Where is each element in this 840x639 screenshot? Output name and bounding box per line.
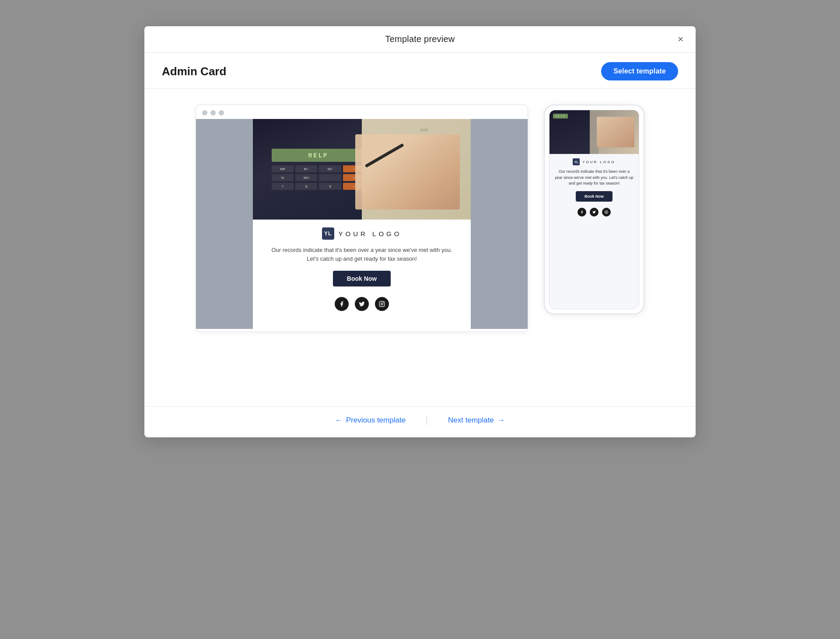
mobile-tagline: Our records indicate that it's been over… [553, 169, 635, 187]
calc-btn-blank [319, 174, 341, 181]
modal-header: Template preview × [144, 26, 696, 52]
template-logo-row: YL YOUR LOGO [322, 220, 402, 244]
modal-footer: ← Previous template Next template → [144, 406, 696, 437]
calculator-buttons: MR M− M+ ÷ % MU × 7 [272, 165, 365, 190]
dot-3 [219, 110, 224, 115]
dot-1 [202, 110, 207, 115]
template-hero-image: HELP MR M− M+ ÷ % MU [253, 119, 471, 220]
select-template-button[interactable]: Select template [601, 62, 678, 80]
mobile-hand-shape [597, 117, 634, 147]
logo-text: YOUR LOGO [339, 230, 402, 237]
preview-area: HELP MR M− M+ ÷ % MU [144, 89, 696, 406]
svg-text:1040: 1040 [420, 128, 428, 132]
dot-2 [210, 110, 216, 115]
pen-shape [365, 143, 404, 168]
template-cta-button: Book Now [333, 271, 391, 286]
calc-btn-mm: M− [295, 165, 317, 172]
mobile-social-icons [578, 206, 611, 216]
mobile-calc-screen: HELP [553, 114, 568, 119]
mobile-content: YL YOUR LOGO Our records indicate that i… [550, 154, 639, 309]
template-subheader: Admin Card Select template [144, 52, 696, 89]
mobile-logo-text: YOUR LOGO [582, 160, 615, 164]
calc-btn-pct: % [272, 174, 294, 181]
template-sidebar-left [196, 119, 253, 329]
facebook-icon [335, 297, 349, 311]
mobile-facebook-icon [578, 208, 586, 216]
modal-title: Template preview [385, 34, 455, 44]
mobile-hero-image: HELP [550, 110, 639, 154]
svg-rect-14 [605, 210, 608, 213]
logo-badge: YL [322, 227, 334, 240]
svg-point-15 [606, 211, 607, 213]
tagline-line2: Let's catch up and get ready for tax sea… [307, 255, 417, 262]
mobile-inner: HELP YL YOUR LOGO Our records indicate t… [549, 110, 639, 309]
next-arrow-icon: → [497, 416, 505, 425]
svg-rect-11 [379, 301, 385, 307]
svg-point-13 [383, 302, 384, 303]
mobile-instagram-icon [602, 208, 611, 216]
desktop-preview-card: HELP MR M− M+ ÷ % MU [196, 105, 528, 332]
previous-template-label: Previous template [346, 416, 406, 425]
calc-btn-mu: MU [295, 174, 317, 181]
calculator-screen: HELP [272, 149, 365, 162]
modal-overlay: Template preview × Admin Card Select tem… [0, 0, 840, 639]
calc-btn-9: 9 [319, 183, 341, 190]
template-tagline: Our records indicate that it's been over… [262, 244, 461, 265]
template-name: Admin Card [162, 65, 226, 78]
modal-dialog: Template preview × Admin Card Select tem… [144, 26, 696, 437]
nav-divider [427, 416, 427, 425]
window-dots [196, 105, 528, 119]
mobile-preview-card: HELP YL YOUR LOGO Our records indicate t… [544, 105, 644, 314]
hero-visual: HELP MR M− M+ ÷ % MU [253, 119, 471, 220]
prev-arrow-icon: ← [335, 416, 343, 425]
mobile-logo-row: YL YOUR LOGO [573, 158, 615, 165]
calc-btn-mp: M+ [319, 165, 341, 172]
next-template-label: Next template [448, 416, 494, 425]
template-center: HELP MR M− M+ ÷ % MU [253, 119, 471, 329]
next-template-button[interactable]: Next template → [448, 416, 505, 425]
close-button[interactable]: × [676, 33, 685, 46]
mobile-logo-badge: YL [573, 158, 580, 165]
hand-shape [355, 134, 460, 210]
svg-point-12 [381, 303, 383, 305]
template-body: HELP MR M− M+ ÷ % MU [196, 119, 528, 329]
previous-template-button[interactable]: ← Previous template [335, 416, 406, 425]
calc-btn-8: 8 [295, 183, 317, 190]
template-social-icons [335, 293, 389, 319]
calc-btn-7: 7 [272, 183, 294, 190]
mobile-twitter-icon [590, 208, 598, 216]
twitter-icon [355, 297, 369, 311]
template-sidebar-right [471, 119, 528, 329]
tagline-line1: Our records indicate that it's been over… [271, 247, 452, 253]
instagram-icon [375, 297, 389, 311]
calc-btn-mr: MR [272, 165, 294, 172]
mobile-cta-button: Book Now [576, 191, 612, 202]
